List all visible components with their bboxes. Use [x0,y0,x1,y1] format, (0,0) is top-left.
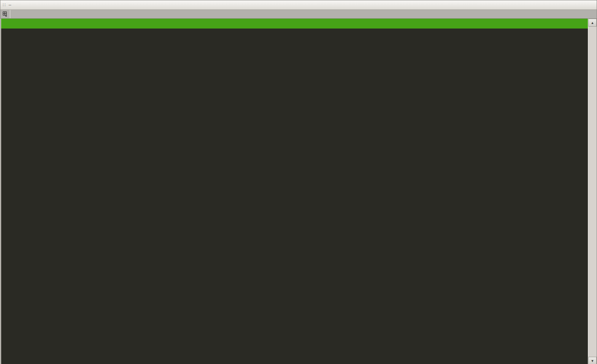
titlebar-icons: ∷ ‒ [3,0,11,10]
titlebar: ∷ ‒ [0,0,597,10]
window-menu-icon[interactable]: ∷ [3,2,6,8]
process-table-header [1,19,588,29]
scroll-up-button[interactable]: ▲ [588,19,597,27]
titlebar-dash-icon: ‒ [9,2,11,8]
htop-terminal [0,19,588,364]
function-key-bar [1,29,588,38]
tab-list-button[interactable] [0,10,10,18]
terminal-window: ∷ ‒ ▲ ▼ [0,0,597,364]
terminal-tabbar [0,10,597,19]
scroll-down-button[interactable]: ▼ [588,357,597,364]
scrollbar[interactable]: ▲ ▼ [588,19,597,364]
terminal-body: ▲ ▼ [0,19,597,364]
tab-grid-icon [3,11,8,17]
window-buttons [584,0,594,10]
scrollbar-track[interactable] [588,27,597,357]
